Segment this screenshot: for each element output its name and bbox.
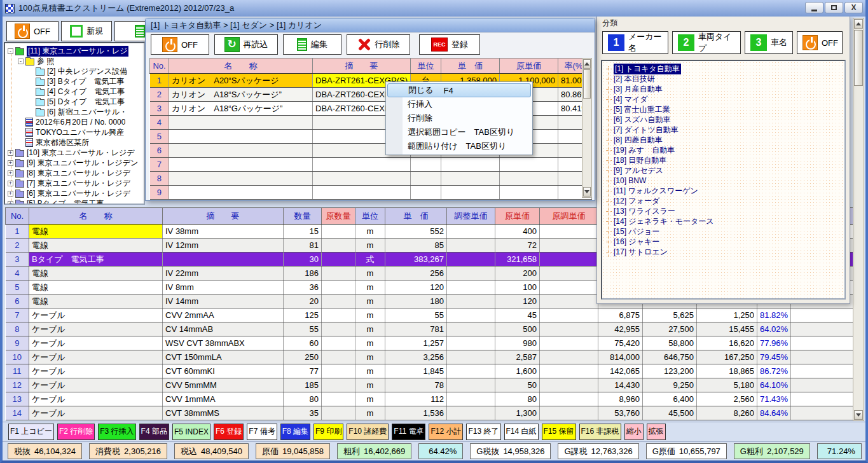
orig-quantity-cell[interactable] — [322, 308, 355, 322]
close-button[interactable]: X — [844, 2, 863, 13]
maker-list[interactable]: [1] トヨキタ自動車 [2] 本目技研 [3] 月産自動車 [4] マイダ [… — [601, 60, 846, 300]
function-key-button[interactable]: F4 部品 — [139, 424, 169, 440]
orig-adj-price-cell[interactable] — [540, 336, 598, 350]
part-name-cell[interactable]: カリオン A18“Sパッケージ” — [169, 88, 313, 102]
unit-cell[interactable]: m — [355, 322, 385, 336]
orig-quantity-cell[interactable] — [322, 392, 355, 406]
tree-item[interactable]: [2] 中央レジデンス設備 — [5, 66, 144, 76]
scrollbar-thumb[interactable] — [583, 69, 591, 99]
function-key-button[interactable]: F1 上コピー — [8, 424, 54, 440]
function-key-button[interactable]: F7 備考 — [247, 424, 277, 440]
maker-list-item[interactable]: [16] ジャキー — [602, 237, 844, 247]
context-menu-item[interactable]: 選択範囲コピー TAB区切り — [387, 125, 531, 139]
unit-price-cell[interactable] — [441, 158, 499, 172]
cost-price-cell[interactable]: 200 — [495, 266, 540, 280]
scrollbar-thumb[interactable] — [854, 30, 863, 86]
amount-cell[interactable]: 75,420 — [598, 336, 643, 350]
extra-cell[interactable] — [791, 406, 853, 420]
item-spec-cell[interactable]: CVT 60mmKI — [163, 364, 284, 378]
part-name-cell[interactable] — [169, 144, 313, 158]
unit-cell[interactable] — [410, 172, 441, 186]
quantity-cell[interactable]: 15 — [284, 225, 322, 238]
dialog-edit-button[interactable]: 編集 — [283, 34, 341, 55]
quantity-cell[interactable]: 35 — [284, 406, 322, 420]
item-name-cell[interactable]: ケーブル — [29, 322, 163, 336]
unit-cell[interactable]: m — [355, 406, 385, 420]
item-spec-cell[interactable]: CVV 5mmMM — [163, 378, 284, 392]
unit-cell[interactable]: m — [355, 238, 385, 252]
orig-quantity-cell[interactable] — [322, 225, 355, 238]
maker-list-item[interactable]: [7] ダイトツ自動車 — [602, 125, 844, 135]
expand-toggle-icon[interactable]: + — [8, 191, 13, 197]
cost-price-cell[interactable]: 120 — [495, 294, 540, 308]
unit-cell[interactable] — [410, 186, 441, 200]
part-name-cell[interactable] — [169, 116, 313, 130]
unit-price-cell[interactable] — [441, 172, 499, 186]
extra-cell[interactable] — [791, 378, 853, 392]
parts-row[interactable]: 8 — [150, 172, 592, 186]
profit-cell[interactable]: 5,180 — [697, 378, 757, 392]
part-spec-cell[interactable] — [313, 186, 411, 200]
quantity-cell[interactable]: 30 — [284, 252, 322, 266]
unit-price-cell[interactable]: 256 — [385, 266, 447, 280]
orig-adj-price-cell[interactable] — [540, 308, 598, 322]
expand-toggle-icon[interactable]: + — [8, 170, 13, 176]
main-vertical-scrollbar[interactable] — [853, 18, 864, 421]
quantity-cell[interactable]: 60 — [284, 336, 322, 350]
function-key-button[interactable]: F2 行削除 — [57, 424, 95, 440]
dialog-register-button[interactable]: REC 登録 — [419, 34, 480, 55]
item-spec-cell[interactable]: WSV CVT 38mmABX — [163, 336, 284, 350]
quantity-cell[interactable]: 186 — [284, 266, 322, 280]
amount-cell[interactable]: 8,960 — [598, 392, 643, 406]
unit-price-cell[interactable]: 781 — [385, 322, 447, 336]
scroll-down-button[interactable] — [854, 410, 863, 420]
function-key-button[interactable]: F6 登録 — [214, 424, 244, 440]
tree-item[interactable]: 東京都港区某所 — [5, 137, 144, 148]
function-key-button[interactable]: F15 保留 — [542, 424, 576, 440]
tree-item[interactable]: - 参 照 — [5, 56, 144, 66]
context-menu[interactable]: 閉じる F4 行挿入 行削除 選択範囲コピー TAB区切り 範囲貼り付け TAB… — [385, 81, 533, 155]
estimate-tree-panel[interactable]: - [11] 東京ユニバーサル・レジ - 参 照 [2] 中央レジデンス設備 [… — [4, 42, 145, 205]
adj-price-cell[interactable] — [447, 308, 495, 322]
item-spec-cell[interactable]: CV 14mmAB — [163, 322, 284, 336]
item-spec-cell[interactable]: IV 22mm — [163, 266, 284, 280]
orig-quantity-cell[interactable] — [322, 280, 355, 294]
cost-price-cell[interactable]: 500 — [495, 322, 540, 336]
quantity-cell[interactable]: 77 — [284, 364, 322, 378]
maker-list-item[interactable]: [3] 月産自動車 — [602, 84, 844, 94]
cost-price-cell[interactable]: 400 — [495, 225, 540, 238]
adj-price-cell[interactable] — [447, 336, 495, 350]
quantity-cell[interactable]: 125 — [284, 308, 322, 322]
unit-price-cell[interactable]: 383,267 — [385, 252, 447, 266]
cost-price-cell[interactable]: 72 — [495, 238, 540, 252]
expand-toggle-icon[interactable]: - — [8, 48, 13, 54]
orig-adj-price-cell[interactable] — [540, 350, 598, 364]
unit-cell[interactable] — [410, 158, 441, 172]
unit-price-cell[interactable]: 78 — [385, 378, 447, 392]
orig-adj-price-cell[interactable] — [540, 238, 598, 252]
item-name-cell[interactable]: Bタイプ 電気工事 — [29, 252, 163, 266]
quantity-cell[interactable]: 81 — [284, 238, 322, 252]
context-menu-item[interactable]: 範囲貼り付け TAB区切り — [387, 139, 531, 153]
adj-price-cell[interactable] — [447, 406, 495, 420]
cost-amount-cell[interactable]: 6,400 — [643, 392, 697, 406]
table-row[interactable]: 8 ケーブル CV 14mmAB 55 m 781 500 42,955 27,… — [6, 322, 853, 336]
maker-list-item[interactable]: [19] みすゞ自動車 — [602, 145, 844, 155]
orig-quantity-cell[interactable] — [322, 238, 355, 252]
dialog-reload-button[interactable]: ↻ 再読込 — [214, 34, 278, 55]
maker-list-item[interactable]: [14] ジェネラキ・モータース — [602, 216, 844, 226]
maker-list-item[interactable]: [13] ワライスラー — [602, 206, 844, 216]
adj-price-cell[interactable] — [447, 364, 495, 378]
table-row[interactable]: 14 ケーブル CVT 38mmMS 35 m 1,536 1,300 53,7… — [6, 406, 853, 420]
orig-quantity-cell[interactable] — [322, 378, 355, 392]
unit-cell[interactable]: m — [355, 364, 385, 378]
orig-adj-price-cell[interactable] — [540, 378, 598, 392]
quantity-cell[interactable]: 36 — [284, 280, 322, 294]
item-spec-cell[interactable]: IV 12mm — [163, 238, 284, 252]
adj-price-cell[interactable] — [447, 266, 495, 280]
classification-panel[interactable]: 分類 1 メーカー名 2 車両タイプ 3 車名 OFF [1] トヨキタ自動車 … — [596, 16, 850, 304]
maker-list-item[interactable]: [18] 目野自動車 — [602, 155, 844, 165]
function-key-button[interactable]: F14 白紙 — [504, 424, 539, 440]
orig-quantity-cell[interactable] — [322, 364, 355, 378]
new-button[interactable]: 新規 — [61, 21, 112, 41]
